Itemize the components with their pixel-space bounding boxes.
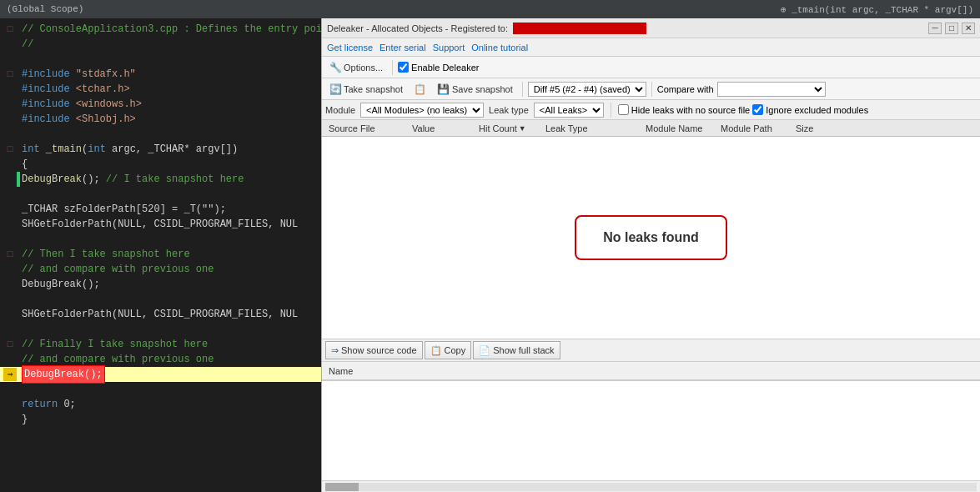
col-module-name[interactable]: Module Name (642, 123, 717, 133)
h-scrollbar[interactable] (322, 480, 980, 492)
options-button[interactable]: 🔧 Options... (325, 59, 387, 76)
close-button[interactable]: ✕ (962, 23, 975, 34)
show-source-label: Show source code (341, 345, 417, 355)
line-gutter (17, 217, 20, 232)
code-line: □ // Then I take snapshot here (0, 247, 321, 262)
online-tutorial-link[interactable]: Online tutorial (471, 43, 528, 53)
code-line: #include <Shlobj.h> (0, 112, 321, 127)
no-leaks-box: No leaks found (575, 215, 727, 260)
line-gutter (17, 367, 20, 382)
enable-deleaker-checkbox[interactable]: Enable Deleaker (398, 62, 479, 73)
take-snapshot-label: Take snapshot (344, 84, 403, 94)
code-line: #include <windows.h> (0, 97, 321, 112)
save-snapshot-button[interactable]: 💾 Save snapshot (434, 81, 517, 98)
data-area: No leaks found (322, 137, 980, 339)
code-text: // (22, 37, 318, 52)
wrench-icon: 🔧 (329, 62, 341, 73)
separator3 (651, 82, 652, 97)
copy-button[interactable]: 📋 Copy (425, 341, 472, 359)
leak-type-select[interactable]: <All Leaks> (534, 103, 604, 118)
code-line (0, 322, 321, 337)
code-line (0, 232, 321, 247)
no-leaks-message: No leaks found (603, 230, 699, 244)
code-text: #include <Shlobj.h> (22, 112, 318, 127)
hide-leaks-checkbox[interactable] (618, 104, 629, 115)
get-license-link[interactable]: Get license (327, 43, 373, 53)
col-module-path[interactable]: Module Path (717, 123, 792, 133)
line-gutter (17, 307, 20, 322)
current-line: ⇒ DebugBreak(); (0, 367, 321, 382)
ignore-excluded-label: Ignore excluded modules (766, 105, 868, 115)
code-line: □ // ConsoleApplication3.cpp : Defines t… (0, 22, 321, 37)
code-text: SHGetFolderPath(NULL, CSIDL_PROGRAM_FILE… (22, 217, 318, 232)
floppy-icon: 💾 (438, 83, 450, 95)
scrollbar-track (325, 483, 977, 491)
show-full-stack-label: Show full stack (493, 345, 554, 355)
compare-select[interactable] (717, 82, 826, 97)
code-text: // Finally I take snapshot here (22, 337, 318, 352)
line-gutter (17, 97, 20, 112)
support-link[interactable]: Support (433, 43, 465, 53)
col-leak-type[interactable]: Leak Type (542, 123, 642, 133)
name-label: Name (329, 366, 353, 376)
show-full-stack-button[interactable]: 📄 Show full stack (473, 341, 560, 359)
column-headers: Source File Value Hit Count ▼ Leak Type … (322, 120, 980, 137)
separator4 (611, 103, 611, 118)
code-lines: □ // ConsoleApplication3.cpp : Defines t… (0, 18, 321, 430)
hide-leaks-section: Hide leaks with no source file Ignore ex… (618, 104, 868, 115)
action-bar: ⇒ Show source code 📋 Copy 📄 Show full st… (322, 339, 980, 362)
take-snapshot-button[interactable]: 🔄 Take snapshot (325, 81, 407, 98)
line-indicator: □ (3, 23, 17, 37)
code-line: □ // Finally I take snapshot here (0, 337, 321, 352)
minimize-button[interactable]: ─ (928, 23, 942, 34)
restore-button[interactable]: □ (945, 23, 958, 34)
code-text: return 0; (22, 397, 318, 412)
col-source-file[interactable]: Source File (325, 123, 409, 133)
line-gutter (17, 202, 20, 217)
code-text: // and compare with previous one (22, 262, 318, 277)
enable-label: Enable Deleaker (411, 63, 479, 73)
code-line: } (0, 412, 321, 427)
line-gutter (17, 157, 20, 172)
line-gutter (17, 322, 20, 337)
save-snapshot-label: Save snapshot (452, 84, 513, 94)
deleaker-panel: Deleaker - Allocated Objects - Registere… (321, 18, 980, 492)
main-area: □ // ConsoleApplication3.cpp : Defines t… (0, 18, 980, 492)
filter-bar: Module <All Modules> (no leaks) Leak typ… (322, 100, 980, 120)
size-header: Size (796, 123, 813, 133)
line-gutter (17, 52, 20, 67)
scrollbar-thumb[interactable] (325, 483, 359, 491)
copy-snapshot-button[interactable]: 📋 (410, 81, 430, 98)
ignore-excluded-checkbox[interactable] (752, 104, 763, 115)
show-source-icon: ⇒ (331, 345, 339, 356)
snapshot-icon: 🔄 (329, 83, 341, 95)
code-line: #include <tchar.h> (0, 82, 321, 97)
top-bar: (Global Scope) ⊕ _tmain(int argc, _TCHAR… (0, 0, 980, 18)
hit-count-header: Hit Count (479, 123, 517, 133)
col-hit-count[interactable]: Hit Count ▼ (475, 123, 542, 133)
col-size[interactable]: Size (792, 123, 834, 133)
line-gutter (17, 292, 20, 307)
compare-label: Compare with (657, 84, 714, 94)
line-gutter (17, 397, 20, 412)
col-value[interactable]: Value (409, 123, 475, 133)
titlebar-controls[interactable]: ─ □ ✕ (928, 23, 975, 34)
line-gutter (17, 382, 20, 397)
deleaker-titlebar: Deleaker - Allocated Objects - Registere… (322, 18, 980, 38)
enter-serial-link[interactable]: Enter serial (379, 43, 426, 53)
code-line (0, 52, 321, 67)
line-gutter (17, 67, 20, 82)
diff-select[interactable]: Diff #5 (#2 - #4) (saved) (528, 82, 646, 97)
copy-icon-btn: 📋 (430, 345, 442, 356)
line-gutter (17, 247, 20, 262)
module-filter-label: Module (325, 105, 355, 115)
show-source-button[interactable]: ⇒ Show source code (325, 341, 423, 359)
line-gutter (17, 412, 20, 427)
line-gutter (17, 82, 20, 97)
enable-checkbox-input[interactable] (398, 62, 409, 73)
code-text: #include "stdafx.h" (22, 67, 318, 82)
code-line: { (0, 157, 321, 172)
module-filter-select[interactable]: <All Modules> (no leaks) (360, 103, 484, 118)
leak-type-header: Leak Type (545, 123, 588, 133)
code-text: DebugBreak(); // I take snapshot here (22, 172, 318, 187)
